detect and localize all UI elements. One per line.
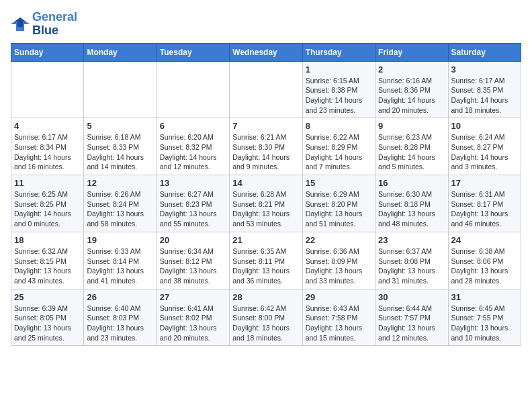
day-info: Sunrise: 6:24 AM Sunset: 8:27 PM Dayligh… [451,132,518,172]
weekday-header-tuesday: Tuesday [157,43,229,61]
day-number: 30 [378,292,445,302]
calendar-cell: 11Sunrise: 6:25 AM Sunset: 8:25 PM Dayli… [11,175,84,232]
day-number: 24 [451,235,518,245]
day-info: Sunrise: 6:28 AM Sunset: 8:21 PM Dayligh… [232,189,299,229]
calendar-cell: 18Sunrise: 6:32 AM Sunset: 8:15 PM Dayli… [11,232,84,289]
day-info: Sunrise: 6:42 AM Sunset: 8:00 PM Dayligh… [232,304,299,343]
day-number: 13 [160,178,226,188]
day-number: 31 [451,292,518,302]
day-info: Sunrise: 6:15 AM Sunset: 8:38 PM Dayligh… [306,76,372,116]
day-number: 12 [87,178,153,188]
day-info: Sunrise: 6:37 AM Sunset: 8:08 PM Dayligh… [378,246,445,286]
calendar-header-row: SundayMondayTuesdayWednesdayThursdayFrid… [11,43,521,61]
calendar-cell: 2Sunrise: 6:16 AM Sunset: 8:36 PM Daylig… [375,61,448,118]
day-number: 3 [451,64,518,75]
calendar-cell: 22Sunrise: 6:36 AM Sunset: 8:09 PM Dayli… [302,232,375,289]
calendar-cell: 10Sunrise: 6:24 AM Sunset: 8:27 PM Dayli… [448,118,521,175]
calendar-cell: 20Sunrise: 6:34 AM Sunset: 8:12 PM Dayli… [157,232,229,289]
calendar-body: 1Sunrise: 6:15 AM Sunset: 8:38 PM Daylig… [11,61,521,346]
day-number: 18 [14,235,81,245]
weekday-header-wednesday: Wednesday [230,43,302,61]
logo: General Blue [11,11,77,38]
calendar-week-4: 18Sunrise: 6:32 AM Sunset: 8:15 PM Dayli… [11,232,521,289]
calendar-cell: 9Sunrise: 6:23 AM Sunset: 8:28 PM Daylig… [375,118,448,175]
day-info: Sunrise: 6:40 AM Sunset: 8:03 PM Dayligh… [87,304,153,343]
calendar-cell: 15Sunrise: 6:29 AM Sunset: 8:20 PM Dayli… [302,175,375,232]
calendar-cell [11,61,84,118]
calendar-week-2: 4Sunrise: 6:17 AM Sunset: 8:34 PM Daylig… [11,118,521,175]
weekday-header-thursday: Thursday [302,43,375,61]
day-info: Sunrise: 6:29 AM Sunset: 8:20 PM Dayligh… [306,189,372,229]
day-info: Sunrise: 6:23 AM Sunset: 8:28 PM Dayligh… [378,132,445,172]
calendar-cell: 30Sunrise: 6:44 AM Sunset: 7:57 PM Dayli… [375,289,448,346]
day-number: 20 [160,235,226,245]
calendar-cell: 28Sunrise: 6:42 AM Sunset: 8:00 PM Dayli… [230,289,302,346]
calendar-cell: 25Sunrise: 6:39 AM Sunset: 8:05 PM Dayli… [11,289,84,346]
calendar-cell: 31Sunrise: 6:45 AM Sunset: 7:55 PM Dayli… [448,289,521,346]
calendar-cell: 16Sunrise: 6:30 AM Sunset: 8:18 PM Dayli… [375,175,448,232]
day-info: Sunrise: 6:36 AM Sunset: 8:09 PM Dayligh… [306,246,372,286]
day-info: Sunrise: 6:20 AM Sunset: 8:32 PM Dayligh… [160,132,226,172]
day-number: 25 [14,292,81,302]
calendar-cell: 5Sunrise: 6:18 AM Sunset: 8:33 PM Daylig… [84,118,157,175]
calendar-cell: 6Sunrise: 6:20 AM Sunset: 8:32 PM Daylig… [157,118,229,175]
calendar-cell: 4Sunrise: 6:17 AM Sunset: 8:34 PM Daylig… [11,118,84,175]
calendar-cell: 26Sunrise: 6:40 AM Sunset: 8:03 PM Dayli… [84,289,157,346]
day-info: Sunrise: 6:38 AM Sunset: 8:06 PM Dayligh… [451,246,518,286]
day-info: Sunrise: 6:26 AM Sunset: 8:24 PM Dayligh… [87,189,153,229]
day-number: 11 [14,178,81,188]
day-number: 6 [160,121,226,131]
day-number: 17 [451,178,518,188]
day-number: 14 [232,178,299,188]
calendar-week-3: 11Sunrise: 6:25 AM Sunset: 8:25 PM Dayli… [11,175,521,232]
day-info: Sunrise: 6:17 AM Sunset: 8:35 PM Dayligh… [451,76,518,116]
calendar-cell: 19Sunrise: 6:33 AM Sunset: 8:14 PM Dayli… [84,232,157,289]
calendar-cell: 29Sunrise: 6:43 AM Sunset: 7:58 PM Dayli… [302,289,375,346]
day-number: 27 [160,292,226,302]
calendar-cell: 14Sunrise: 6:28 AM Sunset: 8:21 PM Dayli… [230,175,302,232]
day-number: 21 [232,235,299,245]
day-number: 22 [306,235,372,245]
day-info: Sunrise: 6:30 AM Sunset: 8:18 PM Dayligh… [378,189,445,229]
day-number: 2 [378,64,445,75]
day-number: 23 [378,235,445,245]
day-number: 26 [87,292,153,302]
calendar-cell: 12Sunrise: 6:26 AM Sunset: 8:24 PM Dayli… [84,175,157,232]
weekday-header-monday: Monday [84,43,157,61]
day-number: 29 [306,292,372,302]
day-number: 7 [232,121,299,131]
day-number: 10 [451,121,518,131]
day-info: Sunrise: 6:44 AM Sunset: 7:57 PM Dayligh… [378,304,445,343]
calendar-week-5: 25Sunrise: 6:39 AM Sunset: 8:05 PM Dayli… [11,289,521,346]
calendar-week-1: 1Sunrise: 6:15 AM Sunset: 8:38 PM Daylig… [11,61,521,118]
logo-icon [11,15,30,34]
day-number: 9 [378,121,445,131]
calendar-cell: 7Sunrise: 6:21 AM Sunset: 8:30 PM Daylig… [230,118,302,175]
day-info: Sunrise: 6:27 AM Sunset: 8:23 PM Dayligh… [160,189,226,229]
calendar-cell: 1Sunrise: 6:15 AM Sunset: 8:38 PM Daylig… [302,61,375,118]
calendar-cell: 8Sunrise: 6:22 AM Sunset: 8:29 PM Daylig… [302,118,375,175]
day-number: 16 [378,178,445,188]
day-number: 28 [232,292,299,302]
calendar-cell: 24Sunrise: 6:38 AM Sunset: 8:06 PM Dayli… [448,232,521,289]
calendar-table: SundayMondayTuesdayWednesdayThursdayFrid… [11,43,521,347]
day-info: Sunrise: 6:25 AM Sunset: 8:25 PM Dayligh… [14,189,81,229]
day-info: Sunrise: 6:34 AM Sunset: 8:12 PM Dayligh… [160,246,226,286]
day-number: 4 [14,121,81,131]
day-number: 8 [306,121,372,131]
day-info: Sunrise: 6:43 AM Sunset: 7:58 PM Dayligh… [306,304,372,343]
day-info: Sunrise: 6:16 AM Sunset: 8:36 PM Dayligh… [378,76,445,116]
day-info: Sunrise: 6:22 AM Sunset: 8:29 PM Dayligh… [306,132,372,172]
day-info: Sunrise: 6:21 AM Sunset: 8:30 PM Dayligh… [232,132,299,172]
day-number: 15 [306,178,372,188]
calendar-cell: 13Sunrise: 6:27 AM Sunset: 8:23 PM Dayli… [157,175,229,232]
weekday-header-sunday: Sunday [11,43,84,61]
weekday-header-friday: Friday [375,43,448,61]
day-number: 1 [306,64,372,75]
day-number: 19 [87,235,153,245]
logo-text: General Blue [32,11,77,38]
day-info: Sunrise: 6:18 AM Sunset: 8:33 PM Dayligh… [87,132,153,172]
day-info: Sunrise: 6:17 AM Sunset: 8:34 PM Dayligh… [14,132,81,172]
calendar-cell: 23Sunrise: 6:37 AM Sunset: 8:08 PM Dayli… [375,232,448,289]
day-info: Sunrise: 6:35 AM Sunset: 8:11 PM Dayligh… [232,246,299,286]
